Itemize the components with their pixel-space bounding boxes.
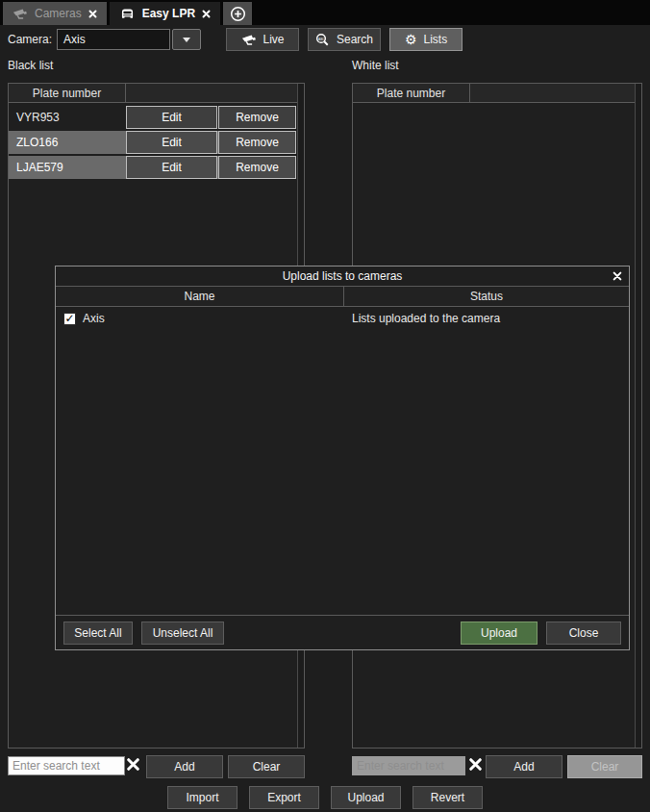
revert-button[interactable]: Revert: [412, 786, 483, 809]
close-icon: [612, 271, 622, 281]
column-header-status[interactable]: Status: [344, 287, 629, 306]
easy-lpr-app: Cameras Easy LPR: [0, 0, 650, 812]
lists-button[interactable]: ⚙ Lists: [389, 28, 462, 51]
view-buttons: Live ABC Search ⚙ Lists: [226, 28, 462, 51]
camera-select-dropdown-button[interactable]: [172, 29, 201, 50]
camera-select[interactable]: Axis: [57, 29, 201, 50]
tab-label: Easy LPR: [142, 7, 195, 20]
black-list-clear-button[interactable]: Clear: [228, 755, 305, 778]
black-list-add-button[interactable]: Add: [146, 755, 223, 778]
cctv-camera-icon: [241, 34, 257, 46]
black-list-search-input[interactable]: [8, 756, 125, 775]
edit-button[interactable]: Edit: [126, 156, 217, 179]
row-actions: Edit Remove: [126, 106, 296, 129]
column-header-plate-number[interactable]: Plate number: [353, 84, 470, 102]
import-button[interactable]: Import: [167, 786, 238, 809]
camera-name-cell: Axis: [56, 312, 344, 325]
column-header-name[interactable]: Name: [56, 287, 344, 306]
footer-actions: Import Export Upload Revert: [0, 786, 650, 809]
new-tab-button[interactable]: [223, 2, 252, 25]
plate-number-cell[interactable]: VYR953: [9, 111, 126, 124]
table-row[interactable]: VYR953 Edit Remove: [9, 106, 296, 129]
black-list-title: Black list: [8, 59, 53, 72]
plate-number-cell[interactable]: ZLO166: [9, 136, 126, 149]
row-actions: Edit Remove: [126, 131, 296, 154]
cctv-camera-icon: [12, 8, 28, 20]
plate-number-cell[interactable]: LJAE579: [9, 161, 126, 174]
live-button[interactable]: Live: [226, 28, 299, 51]
unselect-all-button[interactable]: Unselect All: [141, 622, 224, 645]
white-list-scrollbar[interactable]: [635, 84, 641, 748]
dialog-close-button[interactable]: [606, 271, 629, 281]
white-list-add-button[interactable]: Add: [486, 755, 562, 778]
live-button-label: Live: [263, 33, 285, 46]
svg-text:ABC: ABC: [318, 37, 325, 40]
dialog-body: Axis Lists uploaded to the camera: [56, 307, 629, 615]
search-button[interactable]: ABC Search: [308, 28, 381, 51]
close-icon[interactable]: [88, 10, 97, 18]
remove-button[interactable]: Remove: [218, 156, 296, 179]
clear-search-icon[interactable]: [469, 758, 482, 771]
edit-button[interactable]: Edit: [126, 131, 217, 154]
tab-bar: Cameras Easy LPR: [0, 0, 650, 25]
camera-toolbar: Camera: Axis Live: [0, 25, 650, 54]
table-row[interactable]: LJAE579 Edit Remove: [9, 156, 296, 179]
export-button[interactable]: Export: [249, 786, 319, 809]
camera-label: Camera:: [8, 33, 52, 46]
remove-button[interactable]: Remove: [218, 106, 296, 129]
camera-name: Axis: [83, 312, 105, 325]
white-list-header-row: Plate number: [353, 84, 641, 103]
dialog-header-row: Name Status: [56, 287, 629, 307]
white-list-clear-button: Clear: [567, 755, 642, 778]
white-list-search-input[interactable]: [352, 756, 465, 775]
clear-search-icon[interactable]: [127, 758, 139, 771]
tab-easy-lpr[interactable]: Easy LPR: [110, 2, 220, 25]
search-icon: ABC: [315, 33, 330, 47]
black-list-header-row: Plate number: [9, 84, 304, 103]
upload-lists-button[interactable]: Upload: [331, 786, 401, 809]
dialog-title: Upload lists to cameras: [79, 269, 606, 283]
chevron-down-icon: [183, 38, 190, 42]
column-header-plate-number[interactable]: Plate number: [9, 84, 126, 102]
lists-button-label: Lists: [423, 33, 447, 46]
white-list-title: White list: [352, 59, 399, 72]
close-button[interactable]: Close: [546, 622, 621, 645]
remove-button[interactable]: Remove: [218, 131, 296, 154]
car-icon: [119, 8, 136, 20]
upload-button[interactable]: Upload: [461, 622, 538, 645]
search-button-label: Search: [337, 33, 373, 46]
black-list-rows: VYR953 Edit Remove ZLO166 Edit Remove LJ…: [9, 104, 296, 181]
table-row[interactable]: ZLO166 Edit Remove: [9, 131, 296, 154]
gear-icon: ⚙: [405, 33, 417, 46]
camera-select-value[interactable]: Axis: [57, 29, 170, 50]
dialog-footer: Select All Unselect All Upload Close: [56, 615, 629, 649]
select-all-button[interactable]: Select All: [63, 622, 133, 645]
tab-cameras[interactable]: Cameras: [3, 2, 107, 25]
plus-circle-icon: [230, 6, 246, 22]
camera-row[interactable]: Axis Lists uploaded to the camera: [56, 307, 629, 330]
row-actions: Edit Remove: [126, 156, 296, 179]
camera-checkbox-checked[interactable]: [63, 313, 76, 325]
upload-lists-dialog: Upload lists to cameras Name Status Axis…: [55, 266, 630, 650]
camera-status-cell: Lists uploaded to the camera: [344, 312, 629, 325]
dialog-title-bar[interactable]: Upload lists to cameras: [56, 266, 629, 287]
edit-button[interactable]: Edit: [126, 106, 217, 129]
tab-label: Cameras: [35, 7, 82, 20]
close-icon[interactable]: [202, 10, 211, 18]
